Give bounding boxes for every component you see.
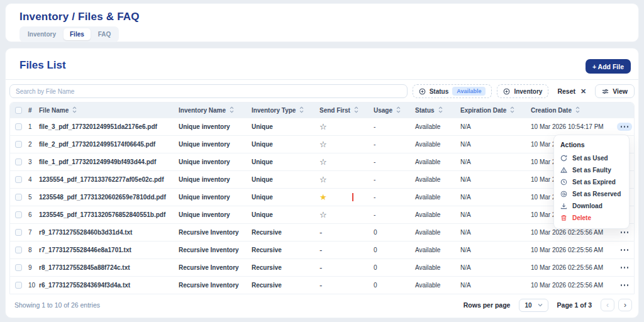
row-checkbox[interactable]	[15, 264, 22, 271]
inventory-name: Recursive Inventory	[177, 264, 250, 271]
send-first-star[interactable]: ☆	[319, 211, 327, 219]
row-actions-button[interactable]	[617, 246, 632, 253]
table-footer: Showing 1 to 10 of 26 entries Rows per p…	[14, 298, 632, 312]
search-input[interactable]	[9, 84, 408, 98]
trash-icon	[560, 214, 567, 221]
column-header[interactable]: Status	[410, 106, 458, 114]
column-header[interactable]: Creation Date	[530, 106, 613, 114]
send-first-star-filled[interactable]: ★	[319, 193, 327, 201]
row-actions-button[interactable]	[617, 264, 632, 271]
send-first-star[interactable]: ☆	[319, 175, 327, 184]
row-number: 9	[26, 264, 38, 271]
expiration-date: N/A	[458, 176, 530, 183]
menu-item-set-as-reserved[interactable]: Set as Reserved	[554, 188, 629, 200]
usage-value: 0	[369, 264, 410, 271]
row-checkbox[interactable]	[15, 158, 22, 165]
send-first-star[interactable]: ☆	[319, 140, 327, 148]
file-name: r6_1773127552843694f3d4a.txt	[38, 282, 177, 289]
inventory-type: Unique	[250, 123, 309, 130]
view-options-button[interactable]: View	[595, 84, 635, 98]
inventory-type: Recursive	[250, 229, 309, 236]
row-checkbox[interactable]	[15, 211, 22, 218]
file-name: r7_17731275528446e8a1701.txt	[38, 247, 177, 253]
row-actions-button[interactable]	[617, 123, 632, 130]
inventory-type: Recursive	[250, 282, 309, 289]
add-file-button[interactable]: + Add File	[586, 59, 631, 74]
expiration-date: N/A	[458, 282, 530, 289]
row-number: 8	[26, 247, 38, 253]
sort-icon[interactable]	[299, 106, 304, 114]
column-header-label: #	[28, 107, 32, 114]
row-checkbox[interactable]	[15, 229, 22, 236]
column-header[interactable]: Usage	[369, 106, 410, 114]
row-checkbox[interactable]	[15, 123, 22, 130]
sort-icon[interactable]	[396, 106, 401, 114]
expiration-date: N/A	[458, 194, 530, 201]
sort-icon[interactable]	[438, 106, 443, 114]
file-name: 1235545_pdf_17731320576852840551b.pdf	[38, 211, 177, 218]
sort-icon[interactable]	[72, 106, 77, 114]
column-header-label: Expiration Date	[460, 107, 506, 114]
status-value: Available	[410, 229, 458, 236]
prev-page-button[interactable]: ‹	[601, 299, 614, 311]
menu-item-set-as-used[interactable]: Set as Used	[554, 152, 629, 164]
file-name: file_1_pdf_1773201249949bf493d44.pdf	[38, 158, 177, 165]
row-actions-button[interactable]	[617, 228, 632, 236]
status-value: Available	[410, 158, 458, 165]
status-value: Available	[410, 141, 458, 148]
status-filter-button[interactable]: Status Available	[413, 84, 492, 98]
tab-files[interactable]: Files	[64, 28, 91, 40]
next-page-button[interactable]: ›	[618, 299, 632, 311]
inventory-name: Unique inventory	[177, 211, 250, 218]
inventory-type: Recursive	[250, 264, 309, 271]
row-checkbox[interactable]	[15, 194, 22, 201]
column-header[interactable]: Expiration Date	[458, 106, 530, 114]
inventory-filter-button[interactable]: Inventory	[497, 84, 548, 98]
files-list-title: Files List	[19, 59, 66, 72]
reset-filters-button[interactable]: Reset ✕	[553, 87, 590, 96]
row-actions-button[interactable]	[617, 281, 632, 289]
row-checkbox[interactable]	[15, 247, 22, 253]
column-header-label: Send First	[319, 107, 350, 114]
usage-value: -	[369, 123, 410, 130]
column-header[interactable]: File Name	[38, 106, 177, 114]
sort-icon[interactable]	[354, 106, 358, 114]
status-value: Available	[410, 176, 458, 183]
expiration-date: N/A	[458, 123, 530, 130]
tab-inventory[interactable]: Inventory	[21, 28, 62, 40]
usage-value: 0	[369, 282, 410, 289]
download-icon	[560, 203, 567, 209]
select-all-checkbox[interactable]	[15, 107, 22, 114]
alert-triangle-icon	[560, 167, 567, 174]
menu-item-label: Set as Expired	[572, 179, 616, 186]
send-first-star[interactable]: ☆	[319, 158, 327, 166]
row-checkbox[interactable]	[15, 176, 22, 183]
creation-date: 10 Mar 2026 10:54:17 PM	[530, 123, 613, 130]
status-value: Available	[410, 264, 458, 271]
page-title: Inventory / Files & FAQ	[19, 11, 140, 23]
row-checkbox[interactable]	[15, 282, 22, 289]
menu-item-delete[interactable]: Delete	[554, 212, 629, 224]
rows-per-page-select[interactable]: 10	[519, 299, 548, 312]
menu-item-set-as-faulty[interactable]: Set as Faulty	[554, 164, 629, 176]
sliders-icon	[602, 88, 609, 95]
sort-icon[interactable]	[230, 106, 234, 114]
inventory-type: Unique	[250, 141, 309, 148]
column-header[interactable]: Inventory Type	[250, 106, 309, 114]
status-value: Available	[410, 194, 458, 201]
column-header[interactable]: Inventory Name	[177, 106, 250, 114]
rows-per-page-value: 10	[525, 302, 531, 309]
send-first-star[interactable]: ☆	[319, 123, 327, 131]
menu-item-download[interactable]: Download	[554, 200, 629, 212]
sort-icon[interactable]	[575, 106, 580, 114]
sort-icon[interactable]	[510, 106, 514, 114]
column-header[interactable]: Send First	[309, 106, 369, 114]
table-row: 9 r8_1773127552845a88f724c.txt Recursive…	[10, 258, 634, 276]
menu-item-set-as-expired[interactable]: Set as Expired	[554, 176, 629, 188]
tab-faq[interactable]: FAQ	[92, 28, 118, 40]
chevron-down-icon	[538, 303, 543, 307]
send-first-dash: -	[319, 228, 322, 236]
row-number: 2	[26, 141, 38, 148]
send-first-dash: -	[319, 281, 322, 289]
row-checkbox[interactable]	[15, 141, 22, 148]
